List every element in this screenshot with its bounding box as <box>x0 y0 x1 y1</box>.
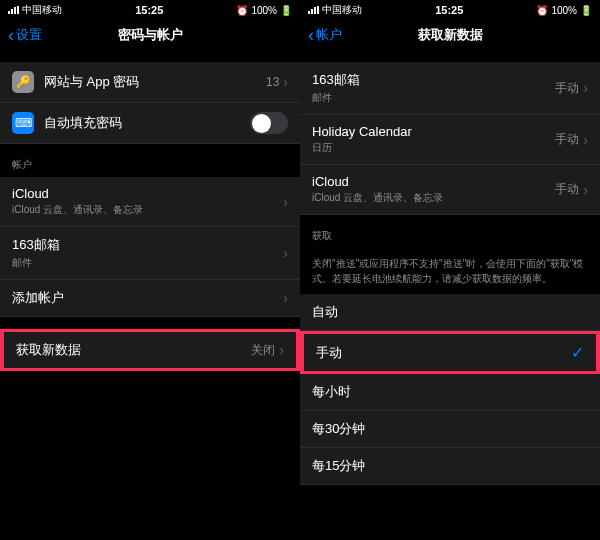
signal-icon <box>308 6 319 14</box>
key-icon: 🔑 <box>12 71 34 93</box>
row-value: 13 <box>266 75 279 89</box>
row-label: 网站与 App 密码 <box>44 73 266 91</box>
alarm-icon: ⏰ <box>236 5 248 16</box>
battery-icon: 🔋 <box>280 5 292 16</box>
chevron-left-icon: ‹ <box>308 26 314 44</box>
row-account-icloud[interactable]: iCloud iCloud 云盘、通讯录、备忘录 手动 › <box>300 165 600 215</box>
chevron-right-icon: › <box>283 245 288 261</box>
account-title: 163邮箱 <box>12 236 283 254</box>
account-subtitle: iCloud 云盘、通讯录、备忘录 <box>312 191 555 205</box>
account-title: Holiday Calendar <box>312 124 555 139</box>
chevron-right-icon: › <box>583 182 588 198</box>
row-value: 手动 <box>555 181 579 198</box>
alarm-icon: ⏰ <box>536 5 548 16</box>
chevron-right-icon: › <box>279 342 284 358</box>
row-value: 手动 <box>555 80 579 97</box>
time-label: 15:25 <box>135 4 163 16</box>
account-title: iCloud <box>12 186 283 201</box>
row-label: 添加帐户 <box>12 289 283 307</box>
chevron-right-icon: › <box>283 74 288 90</box>
screen-fetch-new-data: 中国移动 15:25 ⏰ 100% 🔋 ‹ 帐户 获取新数据 163邮箱 邮件 … <box>300 0 600 540</box>
back-label: 帐户 <box>316 26 342 44</box>
battery-label: 100% <box>251 5 277 16</box>
nav-bar: ‹ 设置 密码与帐户 <box>0 20 300 50</box>
check-icon: ✓ <box>571 343 584 362</box>
option-label: 每30分钟 <box>312 420 588 438</box>
account-subtitle: 邮件 <box>12 256 283 270</box>
carrier-label: 中国移动 <box>22 3 62 17</box>
account-subtitle: iCloud 云盘、通讯录、备忘录 <box>12 203 283 217</box>
row-label: 获取新数据 <box>16 341 251 359</box>
option-label: 自动 <box>312 303 588 321</box>
carrier-label: 中国移动 <box>322 3 362 17</box>
chevron-right-icon: › <box>283 194 288 210</box>
chevron-right-icon: › <box>583 80 588 96</box>
time-label: 15:25 <box>435 4 463 16</box>
status-bar: 中国移动 15:25 ⏰ 100% 🔋 <box>300 0 600 20</box>
account-subtitle: 邮件 <box>312 91 555 105</box>
autofill-icon: ⌨ <box>12 112 34 134</box>
battery-icon: 🔋 <box>580 5 592 16</box>
option-label: 每小时 <box>312 383 588 401</box>
status-bar: 中国移动 15:25 ⏰ 100% 🔋 <box>0 0 300 20</box>
page-title: 密码与帐户 <box>118 26 183 44</box>
fetch-note: 关闭"推送"或应用程序不支持"推送"时，会使用下面的"获取"模式。若要延长电池续… <box>300 248 600 294</box>
row-autofill-passwords[interactable]: ⌨ 自动填充密码 <box>0 103 300 144</box>
option-auto[interactable]: 自动 <box>300 294 600 331</box>
account-title: iCloud <box>312 174 555 189</box>
account-subtitle: 日历 <box>312 141 555 155</box>
row-account-icloud[interactable]: iCloud iCloud 云盘、通讯录、备忘录 › <box>0 177 300 227</box>
row-value: 关闭 <box>251 342 275 359</box>
option-label: 每15分钟 <box>312 457 588 475</box>
autofill-toggle[interactable] <box>250 112 288 134</box>
option-hourly[interactable]: 每小时 <box>300 374 600 411</box>
screen-passwords-accounts: 中国移动 15:25 ⏰ 100% 🔋 ‹ 设置 密码与帐户 🔑 网站与 App… <box>0 0 300 540</box>
battery-label: 100% <box>551 5 577 16</box>
row-add-account[interactable]: 添加帐户 › <box>0 280 300 317</box>
row-account-163[interactable]: 163邮箱 邮件 手动 › <box>300 62 600 115</box>
signal-icon <box>8 6 19 14</box>
option-30min[interactable]: 每30分钟 <box>300 411 600 448</box>
back-label: 设置 <box>16 26 42 44</box>
chevron-right-icon: › <box>283 290 288 306</box>
accounts-header: 帐户 <box>0 144 300 177</box>
row-label: 自动填充密码 <box>44 114 250 132</box>
chevron-right-icon: › <box>583 132 588 148</box>
option-15min[interactable]: 每15分钟 <box>300 448 600 485</box>
row-account-163[interactable]: 163邮箱 邮件 › <box>0 227 300 280</box>
fetch-header: 获取 <box>300 215 600 248</box>
row-web-app-passwords[interactable]: 🔑 网站与 App 密码 13 › <box>0 62 300 103</box>
page-title: 获取新数据 <box>418 26 483 44</box>
option-manual[interactable]: 手动 ✓ <box>300 331 600 374</box>
row-account-holiday[interactable]: Holiday Calendar 日历 手动 › <box>300 115 600 165</box>
toggle-knob <box>252 114 271 133</box>
option-label: 手动 <box>316 344 571 362</box>
row-value: 手动 <box>555 131 579 148</box>
back-button[interactable]: ‹ 帐户 <box>308 26 342 44</box>
row-fetch-new-data[interactable]: 获取新数据 关闭 › <box>0 329 300 371</box>
account-title: 163邮箱 <box>312 71 555 89</box>
chevron-left-icon: ‹ <box>8 26 14 44</box>
back-button[interactable]: ‹ 设置 <box>8 26 42 44</box>
nav-bar: ‹ 帐户 获取新数据 <box>300 20 600 50</box>
